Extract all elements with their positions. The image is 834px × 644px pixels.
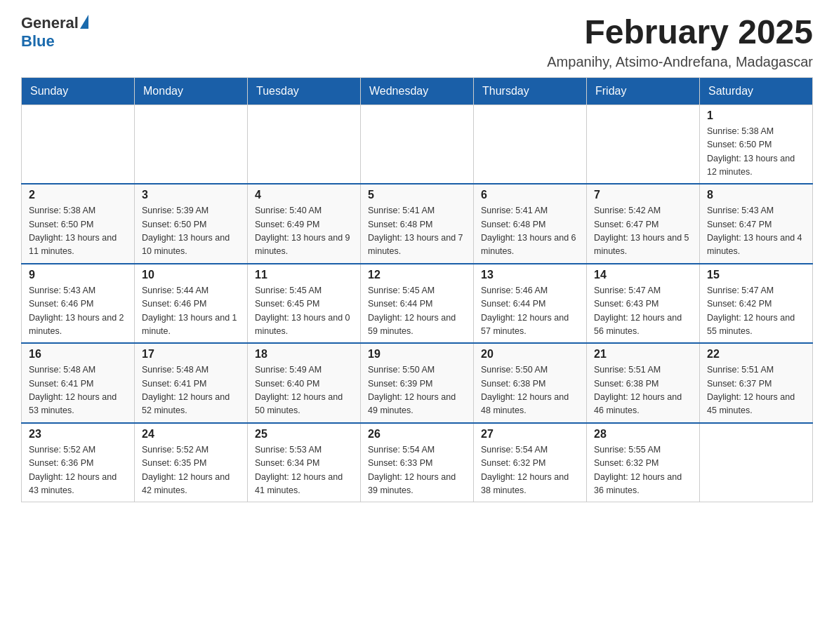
- calendar-cell: 13Sunrise: 5:46 AMSunset: 6:44 PMDayligh…: [474, 264, 587, 344]
- day-info: Sunrise: 5:40 AMSunset: 6:49 PMDaylight:…: [255, 204, 353, 259]
- calendar-cell: 26Sunrise: 5:54 AMSunset: 6:33 PMDayligh…: [361, 423, 474, 502]
- calendar-cell: [248, 105, 361, 184]
- calendar-cell: [700, 423, 813, 502]
- day-number: 17: [142, 348, 240, 361]
- day-number: 8: [707, 189, 805, 201]
- day-info: Sunrise: 5:46 AMSunset: 6:44 PMDaylight:…: [481, 284, 579, 339]
- day-number: 3: [142, 189, 240, 201]
- calendar-cell: 21Sunrise: 5:51 AMSunset: 6:38 PMDayligh…: [587, 343, 700, 423]
- day-number: 4: [255, 189, 353, 201]
- day-info: Sunrise: 5:55 AMSunset: 6:32 PMDaylight:…: [594, 443, 692, 498]
- day-number: 14: [594, 269, 692, 281]
- calendar-weekday-tuesday: Tuesday: [248, 77, 361, 105]
- calendar-weekday-friday: Friday: [587, 77, 700, 105]
- calendar-cell: 17Sunrise: 5:48 AMSunset: 6:41 PMDayligh…: [135, 343, 248, 423]
- calendar-cell: [361, 105, 474, 184]
- day-info: Sunrise: 5:53 AMSunset: 6:34 PMDaylight:…: [255, 443, 353, 498]
- calendar-cell: 6Sunrise: 5:41 AMSunset: 6:48 PMDaylight…: [474, 184, 587, 264]
- day-number: 18: [255, 348, 353, 361]
- calendar-week-row: 23Sunrise: 5:52 AMSunset: 6:36 PMDayligh…: [22, 423, 813, 502]
- day-info: Sunrise: 5:48 AMSunset: 6:41 PMDaylight:…: [142, 363, 240, 418]
- day-info: Sunrise: 5:54 AMSunset: 6:32 PMDaylight:…: [481, 443, 579, 498]
- day-info: Sunrise: 5:42 AMSunset: 6:47 PMDaylight:…: [594, 204, 692, 259]
- day-info: Sunrise: 5:49 AMSunset: 6:40 PMDaylight:…: [255, 363, 353, 418]
- calendar-weekday-monday: Monday: [135, 77, 248, 105]
- day-info: Sunrise: 5:54 AMSunset: 6:33 PMDaylight:…: [368, 443, 466, 498]
- day-number: 15: [707, 269, 805, 281]
- calendar-cell: 16Sunrise: 5:48 AMSunset: 6:41 PMDayligh…: [22, 343, 135, 423]
- day-info: Sunrise: 5:45 AMSunset: 6:45 PMDaylight:…: [255, 284, 353, 339]
- calendar-cell: 12Sunrise: 5:45 AMSunset: 6:44 PMDayligh…: [361, 264, 474, 344]
- day-number: 13: [481, 269, 579, 281]
- day-info: Sunrise: 5:50 AMSunset: 6:39 PMDaylight:…: [368, 363, 466, 418]
- day-number: 1: [707, 109, 805, 122]
- calendar-cell: 1Sunrise: 5:38 AMSunset: 6:50 PMDaylight…: [700, 105, 813, 184]
- calendar-cell: 4Sunrise: 5:40 AMSunset: 6:49 PMDaylight…: [248, 184, 361, 264]
- day-number: 19: [368, 348, 466, 361]
- calendar-cell: 3Sunrise: 5:39 AMSunset: 6:50 PMDaylight…: [135, 184, 248, 264]
- day-info: Sunrise: 5:39 AMSunset: 6:50 PMDaylight:…: [142, 204, 240, 259]
- day-number: 25: [255, 428, 353, 441]
- day-info: Sunrise: 5:47 AMSunset: 6:42 PMDaylight:…: [707, 284, 805, 339]
- calendar-weekday-wednesday: Wednesday: [361, 77, 474, 105]
- calendar-cell: 28Sunrise: 5:55 AMSunset: 6:32 PMDayligh…: [587, 423, 700, 502]
- calendar-cell: 19Sunrise: 5:50 AMSunset: 6:39 PMDayligh…: [361, 343, 474, 423]
- calendar-cell: 18Sunrise: 5:49 AMSunset: 6:40 PMDayligh…: [248, 343, 361, 423]
- logo-blue-text: Blue: [21, 32, 88, 51]
- day-number: 16: [29, 348, 127, 361]
- day-info: Sunrise: 5:52 AMSunset: 6:35 PMDaylight:…: [142, 443, 240, 498]
- calendar-week-row: 2Sunrise: 5:38 AMSunset: 6:50 PMDaylight…: [22, 184, 813, 264]
- day-number: 5: [368, 189, 466, 201]
- calendar-cell: [474, 105, 587, 184]
- calendar-weekday-saturday: Saturday: [700, 77, 813, 105]
- day-info: Sunrise: 5:51 AMSunset: 6:38 PMDaylight:…: [594, 363, 692, 418]
- day-info: Sunrise: 5:38 AMSunset: 6:50 PMDaylight:…: [29, 204, 127, 259]
- day-info: Sunrise: 5:50 AMSunset: 6:38 PMDaylight:…: [481, 363, 579, 418]
- calendar-week-row: 16Sunrise: 5:48 AMSunset: 6:41 PMDayligh…: [22, 343, 813, 423]
- day-info: Sunrise: 5:51 AMSunset: 6:37 PMDaylight:…: [707, 363, 805, 418]
- calendar-table: SundayMondayTuesdayWednesdayThursdayFrid…: [21, 77, 813, 503]
- day-number: 11: [255, 269, 353, 281]
- day-info: Sunrise: 5:45 AMSunset: 6:44 PMDaylight:…: [368, 284, 466, 339]
- calendar-cell: 9Sunrise: 5:43 AMSunset: 6:46 PMDaylight…: [22, 264, 135, 344]
- title-block: February 2025 Ampanihy, Atsimo-Andrefana…: [547, 14, 813, 70]
- calendar-cell: 24Sunrise: 5:52 AMSunset: 6:35 PMDayligh…: [135, 423, 248, 502]
- calendar-week-row: 9Sunrise: 5:43 AMSunset: 6:46 PMDaylight…: [22, 264, 813, 344]
- day-info: Sunrise: 5:44 AMSunset: 6:46 PMDaylight:…: [142, 284, 240, 339]
- day-info: Sunrise: 5:38 AMSunset: 6:50 PMDaylight:…: [707, 125, 805, 180]
- calendar-cell: [587, 105, 700, 184]
- calendar-cell: 23Sunrise: 5:52 AMSunset: 6:36 PMDayligh…: [22, 423, 135, 502]
- day-number: 9: [29, 269, 127, 281]
- day-number: 20: [481, 348, 579, 361]
- day-info: Sunrise: 5:43 AMSunset: 6:47 PMDaylight:…: [707, 204, 805, 259]
- day-info: Sunrise: 5:41 AMSunset: 6:48 PMDaylight:…: [481, 204, 579, 259]
- day-number: 24: [142, 428, 240, 441]
- day-number: 12: [368, 269, 466, 281]
- day-number: 22: [707, 348, 805, 361]
- calendar-header-row: SundayMondayTuesdayWednesdayThursdayFrid…: [22, 77, 813, 105]
- day-number: 2: [29, 189, 127, 201]
- month-title: February 2025: [547, 14, 813, 51]
- day-number: 26: [368, 428, 466, 441]
- day-info: Sunrise: 5:43 AMSunset: 6:46 PMDaylight:…: [29, 284, 127, 339]
- calendar-cell: 11Sunrise: 5:45 AMSunset: 6:45 PMDayligh…: [248, 264, 361, 344]
- day-info: Sunrise: 5:52 AMSunset: 6:36 PMDaylight:…: [29, 443, 127, 498]
- calendar-cell: 8Sunrise: 5:43 AMSunset: 6:47 PMDaylight…: [700, 184, 813, 264]
- calendar-cell: 7Sunrise: 5:42 AMSunset: 6:47 PMDaylight…: [587, 184, 700, 264]
- calendar-cell: [135, 105, 248, 184]
- day-info: Sunrise: 5:41 AMSunset: 6:48 PMDaylight:…: [368, 204, 466, 259]
- logo-general-text: General: [21, 14, 79, 32]
- calendar-weekday-sunday: Sunday: [22, 77, 135, 105]
- calendar-cell: 22Sunrise: 5:51 AMSunset: 6:37 PMDayligh…: [700, 343, 813, 423]
- location-title: Ampanihy, Atsimo-Andrefana, Madagascar: [547, 54, 813, 70]
- day-number: 28: [594, 428, 692, 441]
- calendar-weekday-thursday: Thursday: [474, 77, 587, 105]
- calendar-cell: [22, 105, 135, 184]
- day-info: Sunrise: 5:47 AMSunset: 6:43 PMDaylight:…: [594, 284, 692, 339]
- calendar-cell: 2Sunrise: 5:38 AMSunset: 6:50 PMDaylight…: [22, 184, 135, 264]
- day-info: Sunrise: 5:48 AMSunset: 6:41 PMDaylight:…: [29, 363, 127, 418]
- page-header: General Blue February 2025 Ampanihy, Ats…: [21, 14, 813, 70]
- calendar-cell: 5Sunrise: 5:41 AMSunset: 6:48 PMDaylight…: [361, 184, 474, 264]
- calendar-cell: 14Sunrise: 5:47 AMSunset: 6:43 PMDayligh…: [587, 264, 700, 344]
- logo: General Blue: [21, 14, 88, 51]
